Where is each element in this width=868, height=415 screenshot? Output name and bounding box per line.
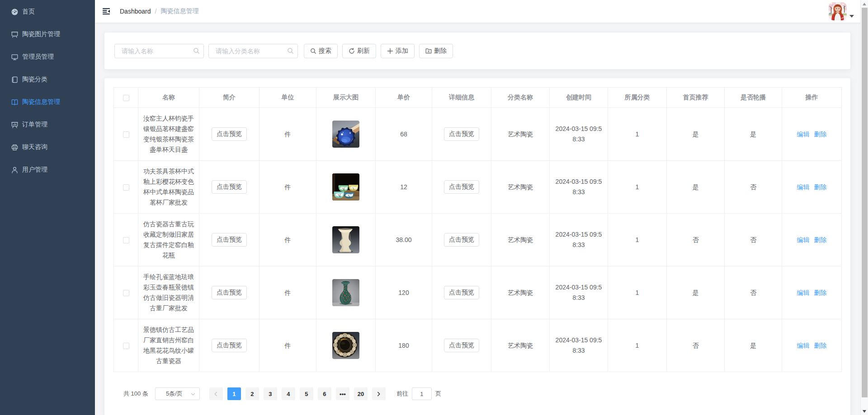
edit-link[interactable]: 编辑 [797, 183, 810, 191]
sidebar-item-reading[interactable]: 陶瓷信息管理 [0, 91, 95, 113]
breadcrumb-current: 陶瓷信息管理 [160, 7, 198, 15]
cell-actions: 编辑删除 [782, 319, 842, 372]
app-root: 首页 陶瓷图片管理 管理员管理 陶瓷分类 陶瓷信息管理 订单管理 聊天咨询 用户… [0, 0, 868, 415]
scrollbar-down-arrow-icon[interactable] [863, 410, 866, 413]
pagination: 共 100 条 5条/页 123456•••20 前往 页 [123, 387, 841, 400]
delete-link[interactable]: 删除 [814, 236, 827, 243]
cell-parent-category: 1 [608, 319, 667, 372]
sidebar: 首页 陶瓷图片管理 管理员管理 陶瓷分类 陶瓷信息管理 订单管理 聊天咨询 用户… [0, 0, 95, 415]
reading-icon [11, 98, 19, 106]
cell-actions: 编辑删除 [782, 214, 842, 266]
edit-link[interactable]: 编辑 [797, 131, 810, 138]
sidebar-item-user[interactable]: 用户管理 [0, 159, 95, 181]
page-button-3[interactable]: 3 [264, 387, 277, 400]
user-avatar[interactable] [829, 2, 847, 20]
intro-preview-button[interactable]: 点击预览 [212, 127, 247, 141]
row-checkbox[interactable] [123, 237, 129, 243]
main-area: Dashboard / 陶瓷信息管理 搜 [95, 0, 868, 415]
user-icon [11, 166, 19, 174]
hamburger-icon[interactable] [103, 8, 110, 14]
cell-product-name: 景德镇仿古工艺品厂家直销吉州窑白地黑花花鸟纹小罐古董瓷器 [138, 319, 199, 372]
add-button-label: 添加 [396, 47, 408, 55]
edit-link[interactable]: 编辑 [797, 342, 810, 349]
detail-preview-button[interactable]: 点击预览 [444, 233, 479, 247]
product-image[interactable] [332, 173, 359, 201]
cell-created-at: 2024-03-15 09:58:33 [550, 319, 608, 372]
sidebar-item-monitor[interactable]: 管理员管理 [0, 46, 95, 68]
name-search-input[interactable] [114, 44, 204, 58]
page-content: 搜索 刷新 添加 删除 [95, 23, 868, 415]
intro-preview-button[interactable]: 点击预览 [212, 180, 247, 194]
next-page-button[interactable] [372, 387, 386, 400]
cell-category: 艺术陶瓷 [491, 108, 550, 161]
page-size-select[interactable]: 5条/页 [155, 387, 200, 400]
caret-down-icon[interactable] [849, 15, 854, 18]
jumper-prefix: 前往 [396, 390, 408, 398]
intro-preview-button[interactable]: 点击预览 [212, 233, 247, 247]
page-button-1[interactable]: 1 [227, 387, 241, 400]
prev-page-button[interactable] [209, 387, 223, 400]
edit-link[interactable]: 编辑 [797, 289, 810, 296]
intro-preview-button[interactable]: 点击预览 [212, 286, 247, 299]
edit-link[interactable]: 编辑 [797, 236, 810, 243]
detail-preview-button[interactable]: 点击预览 [444, 339, 479, 352]
detail-preview-button[interactable]: 点击预览 [444, 286, 479, 299]
row-checkbox[interactable] [123, 343, 129, 349]
column-header-detail: 详细信息 [432, 88, 491, 108]
delete-link[interactable]: 删除 [814, 183, 827, 191]
category-search-input[interactable] [208, 44, 298, 58]
detail-preview-button[interactable]: 点击预览 [444, 127, 479, 141]
delete-button[interactable]: 删除 [419, 44, 453, 58]
delete-link[interactable]: 删除 [814, 131, 827, 138]
cell-carousel: 否 [725, 161, 782, 214]
row-checkbox[interactable] [123, 290, 129, 296]
page-button-4[interactable]: 4 [282, 387, 295, 400]
table-body: 汝窑主人杯钧瓷手镶银品茗杯建盏窑变纯银茶杯陶瓷茶盏单杯天目盏 点击预览 件 68… [114, 108, 842, 372]
detail-preview-button[interactable]: 点击预览 [444, 180, 479, 194]
product-image[interactable] [332, 121, 359, 148]
scrollbar-thumb[interactable] [862, 8, 868, 397]
add-button[interactable]: 添加 [381, 44, 415, 58]
search-button[interactable]: 搜索 [304, 44, 338, 58]
page-button-5[interactable]: 5 [300, 387, 313, 400]
sidebar-item-notebook[interactable]: 陶瓷分类 [0, 68, 95, 91]
folder-delete-icon [425, 48, 432, 54]
select-all-checkbox[interactable] [123, 95, 129, 101]
menu-item-label: 订单管理 [22, 121, 47, 129]
scrollbar-up-arrow-icon[interactable] [863, 3, 866, 5]
cell-carousel: 否 [725, 266, 782, 319]
table-row: 功夫茶具茶杯中式釉上彩樱花杯变色杯中式单杯陶瓷品茗杯厂家批发 点击预览 件 12… [114, 161, 842, 214]
page-button-2[interactable]: 2 [245, 387, 259, 400]
product-image[interactable] [332, 332, 359, 359]
breadcrumb-dashboard[interactable]: Dashboard [120, 8, 151, 15]
sidebar-item-printer[interactable]: 聊天咨询 [0, 136, 95, 159]
intro-preview-button[interactable]: 点击预览 [212, 339, 247, 352]
cell-unit: 件 [259, 266, 316, 319]
avatar-image[interactable] [829, 2, 847, 20]
cell-detail: 点击预览 [432, 266, 491, 319]
refresh-button[interactable]: 刷新 [342, 44, 376, 58]
page-button-6[interactable]: 6 [318, 387, 331, 400]
column-header-actions: 操作 [782, 88, 842, 108]
category-search-field [208, 44, 298, 58]
sidebar-item-databoard[interactable]: 订单管理 [0, 113, 95, 136]
page-scrollbar[interactable] [860, 0, 868, 415]
delete-link[interactable]: 删除 [814, 289, 827, 296]
jump-page-input[interactable] [412, 387, 432, 400]
row-checkbox[interactable] [123, 184, 129, 191]
sidebar-item-board[interactable]: 陶瓷图片管理 [0, 23, 95, 46]
cell-actions: 编辑删除 [782, 266, 842, 319]
cell-product-name: 仿古瓷器古董古玩收藏定制做旧家居复古摆件定窑白釉花瓶 [138, 214, 199, 266]
page-button-20[interactable]: 20 [354, 387, 368, 400]
delete-link[interactable]: 删除 [814, 342, 827, 349]
row-checkbox[interactable] [123, 131, 129, 138]
sidebar-item-dashboard[interactable]: 首页 [0, 0, 95, 23]
cell-intro: 点击预览 [199, 266, 259, 319]
created-at-line2: 8:33 [554, 345, 603, 356]
product-image[interactable] [332, 226, 359, 253]
search-toolbar-card: 搜索 刷新 添加 删除 [104, 32, 851, 70]
more-pages-button[interactable]: ••• [336, 387, 349, 400]
product-image[interactable] [332, 279, 359, 306]
data-table: 名称 简介 单位 展示大图 单价 详细信息 分类名称 创建时间 所属分类 首页推… [113, 87, 842, 372]
cell-image [316, 108, 376, 161]
